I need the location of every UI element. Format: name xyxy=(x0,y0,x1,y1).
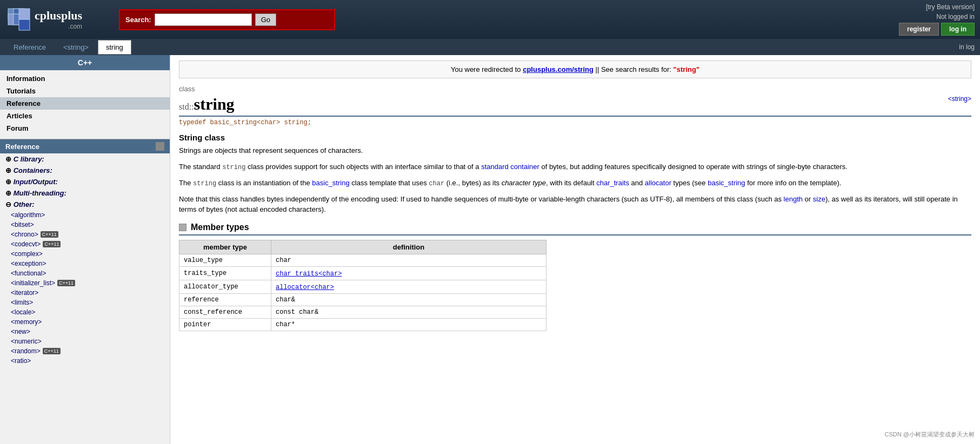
logo-text: cplusplus .com xyxy=(35,9,82,30)
nav-tab-string-header[interactable]: <string> xyxy=(55,40,97,55)
string-header: std::string <string> xyxy=(179,95,971,113)
ref-category-other[interactable]: Other: xyxy=(0,199,170,210)
basic-string-link2[interactable]: basic_string xyxy=(708,179,745,187)
logo-cplusplus: cplusplus xyxy=(35,9,82,23)
ref-sub-functional[interactable]: <functional> xyxy=(0,268,170,278)
size-link[interactable]: size xyxy=(813,195,825,203)
desc1: Strings are objects that represent seque… xyxy=(179,145,971,156)
ref-sub-new[interactable]: <new> xyxy=(0,327,170,337)
desc3: The string class is an instantiation of … xyxy=(179,178,971,189)
table-cell-def[interactable]: char_traits<char> xyxy=(271,266,546,280)
search-input[interactable] xyxy=(155,14,252,26)
sidebar-item-reference[interactable]: Reference xyxy=(0,97,170,110)
ref-category-containers[interactable]: Containers: xyxy=(0,165,170,176)
reference-header-label: Reference xyxy=(5,143,39,151)
ref-sub-initializer-list[interactable]: <initializer_list> C++11 xyxy=(0,278,170,288)
table-cell-def: char& xyxy=(271,293,546,306)
basic-string-link1[interactable]: basic_string xyxy=(312,179,349,187)
redirect-text1: You were redirected to xyxy=(451,65,521,73)
table-cell-type: const_reference xyxy=(179,306,271,318)
ref-sub-ratio[interactable]: <ratio> xyxy=(0,356,170,366)
table-cell-type: allocator_type xyxy=(179,280,271,293)
svg-rect-5 xyxy=(19,19,30,30)
ref-category-c-library[interactable]: C library: xyxy=(0,153,170,165)
nav-bar: Reference <string> string in log xyxy=(0,39,980,55)
auth-buttons: register log in xyxy=(899,23,975,36)
ref-sub-complex[interactable]: <complex> xyxy=(0,249,170,259)
ref-sub-algorithm[interactable]: <algorithm> xyxy=(0,210,170,220)
table-row: referencechar& xyxy=(179,293,546,306)
search-area: Search: Go xyxy=(119,9,335,30)
sidebar-item-forum[interactable]: Forum xyxy=(0,122,170,134)
ref-sub-memory[interactable]: <memory> xyxy=(0,317,170,327)
member-types-table: member type definition value_typechartra… xyxy=(179,240,546,331)
table-cell-def[interactable]: allocator<char> xyxy=(271,280,546,293)
ref-sub-limits[interactable]: <limits> xyxy=(0,298,170,307)
logo-area: cplusplus .com xyxy=(5,6,114,33)
sidebar-item-tutorials[interactable]: Tutorials xyxy=(0,85,170,97)
redirect-text2: || See search results for: xyxy=(596,65,671,73)
string-title: string xyxy=(194,95,235,113)
left-sidebar: C++ Information Tutorials Reference Arti… xyxy=(0,55,170,444)
nav-tab-reference[interactable]: Reference xyxy=(5,40,54,55)
table-col-type: member type xyxy=(179,240,271,254)
ref-sub-chrono[interactable]: <chrono> C++11 xyxy=(0,230,170,239)
table-def-link[interactable]: allocator<char> xyxy=(276,284,334,291)
table-cell-def: char xyxy=(271,254,546,266)
allocator-link[interactable]: allocator xyxy=(645,179,671,187)
register-button[interactable]: register xyxy=(899,23,939,36)
ref-sub-iterator[interactable]: <iterator> xyxy=(0,288,170,298)
header-right: [try Beta version] Not logged in registe… xyxy=(899,3,975,36)
sidebar-item-articles[interactable]: Articles xyxy=(0,110,170,122)
member-table-body: value_typechartraits_typechar_traits<cha… xyxy=(179,254,546,331)
table-def-link[interactable]: char_traits<char> xyxy=(276,270,342,278)
char-traits-link[interactable]: char_traits xyxy=(596,179,629,187)
ref-sub-exception[interactable]: <exception> xyxy=(0,259,170,268)
reference-section-header: Reference xyxy=(0,139,170,153)
logo-dot-com: .com xyxy=(35,23,82,30)
ref-category-input-output[interactable]: Input/Output: xyxy=(0,176,170,187)
not-logged-in-text: Not logged in xyxy=(936,13,975,21)
table-cell-type: reference xyxy=(179,293,271,306)
desc4: Note that this class handles bytes indep… xyxy=(179,194,971,215)
table-cell-type: value_type xyxy=(179,254,271,266)
ref-category-multi-threading[interactable]: Multi-threading: xyxy=(0,187,170,199)
ref-sub-random[interactable]: <random> C++11 xyxy=(0,346,170,356)
string-class-title: String class xyxy=(179,133,971,142)
table-col-definition: definition xyxy=(271,240,546,254)
ref-sub-numeric[interactable]: <numeric> xyxy=(0,337,170,346)
nav-tab-string[interactable]: string xyxy=(98,40,131,55)
table-cell-type: traits_type xyxy=(179,266,271,280)
logo-icon xyxy=(5,6,32,33)
string-section-link[interactable]: <string> xyxy=(948,95,971,103)
ref-sub-locale[interactable]: <locale> xyxy=(0,307,170,317)
cpp11-badge-random: C++11 xyxy=(43,348,61,354)
redirect-link[interactable]: cplusplus.com/string xyxy=(523,65,594,73)
member-types-icon xyxy=(179,224,186,231)
length-link[interactable]: length xyxy=(784,195,803,203)
standard-container-link[interactable]: standard container xyxy=(481,163,539,171)
table-cell-def: const char& xyxy=(271,306,546,318)
table-row: const_referenceconst char& xyxy=(179,306,546,318)
redirect-notice: You were redirected to cplusplus.com/str… xyxy=(179,60,971,78)
redirect-quoted: "string" xyxy=(674,65,699,73)
table-cell-type: pointer xyxy=(179,318,271,331)
main-layout: C++ Information Tutorials Reference Arti… xyxy=(0,55,980,444)
search-go-button[interactable]: Go xyxy=(255,14,276,26)
content-area: You were redirected to cplusplus.com/str… xyxy=(170,55,980,444)
member-types-header: Member types xyxy=(179,223,971,236)
table-cell-def: char* xyxy=(271,318,546,331)
desc2: The standard string class provides suppo… xyxy=(179,162,971,172)
sidebar-item-information[interactable]: Information xyxy=(0,72,170,85)
ref-sub-bitset[interactable]: <bitset> xyxy=(0,220,170,230)
string-prefix: std:: xyxy=(179,102,194,111)
watermark: CSDN @小树苗渴望变成参天大树 xyxy=(885,430,975,439)
table-row: pointerchar* xyxy=(179,318,546,331)
table-row: value_typechar xyxy=(179,254,546,266)
try-beta-link[interactable]: [try Beta version] xyxy=(926,3,975,11)
reference-grid-icon xyxy=(156,142,164,151)
login-button[interactable]: log in xyxy=(941,23,975,36)
ref-sub-codecvt[interactable]: <codecvt> C++11 xyxy=(0,239,170,249)
string-title-area: std::string xyxy=(179,95,235,113)
nav-right: in log xyxy=(959,43,975,51)
